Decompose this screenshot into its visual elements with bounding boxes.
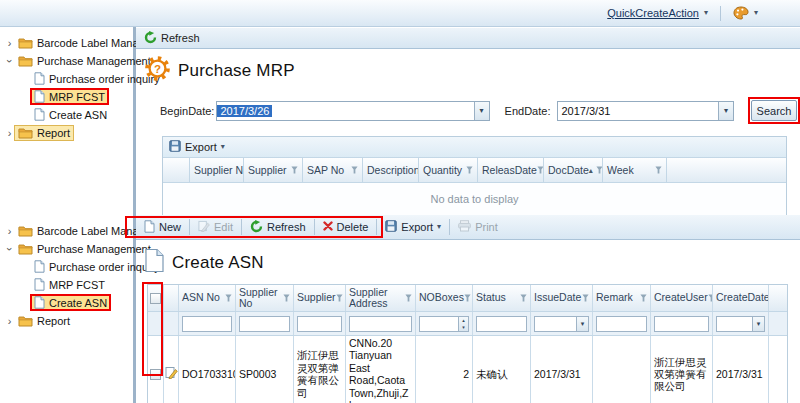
column-header-issuedate[interactable]: IssueDate — [531, 285, 593, 311]
filter-input-noboxes[interactable] — [420, 317, 458, 331]
filter-input-supplier-address[interactable] — [350, 317, 411, 331]
delete-button[interactable]: Delete — [317, 218, 375, 236]
column-header-supplier-no[interactable]: Supplier No — [236, 285, 294, 311]
chevron-down-icon[interactable]: ▾ — [474, 102, 489, 120]
chevron-collapsed-icon[interactable]: › — [5, 315, 14, 327]
chevron-down-icon[interactable]: ▾ — [221, 143, 225, 151]
export-button[interactable]: Export — [185, 141, 217, 153]
spinner-buttons[interactable]: ▴▾ — [458, 317, 468, 331]
sidebar-item-purchase-management[interactable]: ›Purchase Management — [2, 52, 133, 69]
column-header-docdate[interactable]: DocDate▴ — [544, 158, 603, 182]
chevron-collapsed-icon[interactable]: › — [5, 127, 14, 139]
sidebar-item-report[interactable]: ›Report — [2, 124, 133, 141]
page-icon — [34, 296, 45, 309]
svg-text:?: ? — [154, 63, 161, 75]
filter-icon[interactable] — [351, 166, 358, 174]
chevron-down-icon[interactable]: ▾ — [437, 223, 441, 231]
separator — [314, 219, 315, 235]
filter-input-createdate[interactable] — [717, 317, 752, 331]
sidebar-item-purchase-order-inquiry[interactable]: Purchase order inquiry — [30, 70, 133, 87]
column-header-status[interactable]: Status — [473, 285, 531, 311]
filter-icon[interactable] — [537, 166, 544, 174]
cell-noboxes: 2 — [416, 336, 473, 403]
separator — [376, 219, 377, 235]
table-row[interactable]: DO1703310002SP0003浙江伊思灵双第弹簧有限公司CNNo.20 T… — [148, 336, 787, 403]
column-header-supplier-address[interactable]: Supplier Address — [346, 285, 416, 311]
gear-question-icon: ? — [144, 55, 171, 86]
column-header-noboxes[interactable]: NOBoxes — [416, 285, 473, 311]
column-header-week[interactable]: Week — [603, 158, 667, 182]
filter-icon[interactable] — [582, 294, 589, 302]
export-icon — [385, 220, 397, 234]
chevron-collapsed-icon[interactable]: › — [5, 37, 14, 49]
column-header-supplier[interactable]: Supplier — [244, 158, 303, 182]
filter-icon[interactable] — [466, 166, 473, 174]
filter-input-issuedate[interactable] — [535, 317, 576, 331]
filter-icon[interactable] — [464, 294, 471, 302]
select-all-checkbox[interactable] — [150, 293, 161, 304]
filter-input-asn-no[interactable] — [183, 317, 231, 331]
filter-icon[interactable] — [520, 294, 527, 302]
column-header-supplier-no[interactable]: Supplier No — [190, 158, 244, 182]
filter-icon[interactable] — [405, 294, 412, 302]
filter-icon[interactable] — [596, 166, 603, 174]
refresh-button[interactable]: Refresh — [244, 217, 312, 238]
edit-row-icon[interactable] — [165, 366, 178, 381]
sidebar-item-create-asn[interactable]: Create ASN — [30, 106, 133, 123]
separator — [189, 219, 190, 235]
filter-icon[interactable] — [283, 294, 290, 302]
filter-icon[interactable] — [336, 294, 343, 302]
sidebar-item-barcode-label-management[interactable]: ›Barcode Label Management — [2, 222, 133, 239]
chevron-down-icon[interactable]: ▾ — [576, 317, 588, 331]
column-header-asn-no[interactable]: ASN No — [179, 285, 236, 311]
refresh-button[interactable]: Refresh — [161, 32, 200, 44]
search-button[interactable]: Search — [751, 100, 797, 121]
sidebar-item-purchase-management[interactable]: ›Purchase Management — [2, 240, 133, 257]
filter-input-supplier-no[interactable] — [240, 317, 289, 331]
chevron-expanded-icon[interactable]: › — [4, 244, 16, 253]
cell-status: 未确认 — [473, 336, 531, 403]
column-header-quantity[interactable]: Quantity — [419, 158, 478, 182]
filter-icon[interactable] — [655, 166, 662, 174]
filter-input-remark[interactable] — [597, 317, 646, 331]
filter-input-status[interactable] — [477, 317, 526, 331]
export-button[interactable]: Export▾ — [379, 217, 447, 237]
sidebar-item-mrp-fcst[interactable]: MRP FCST — [30, 276, 133, 293]
page-icon — [34, 72, 45, 85]
chevron-down-icon[interactable]: ▾ — [754, 9, 758, 17]
filter-input-createuser[interactable] — [655, 317, 708, 331]
column-header-remark[interactable]: Remark — [593, 285, 651, 311]
chevron-collapsed-icon[interactable]: › — [5, 225, 14, 237]
sidebar-item-report[interactable]: ›Report — [2, 312, 133, 329]
column-header-sap-no[interactable]: SAP No — [303, 158, 363, 182]
column-header-createdate[interactable]: CreateDate▾ — [713, 285, 769, 311]
select-all-checkbox-cell — [148, 285, 164, 311]
sidebar-item-mrp-fcst[interactable]: MRP FCST — [30, 88, 133, 105]
mrp-grid-header-row: Supplier NoSupplierSAP NoDescriptionQuan… — [163, 158, 786, 183]
end-date-input[interactable]: 2017/3/31 ▾ — [557, 101, 734, 121]
end-date-label: EndDate: — [505, 105, 551, 117]
date-filter-row: BeginDate: 2017/3/26 ▾ EndDate: 2017/3/3… — [136, 97, 800, 124]
filter-input-supplier[interactable] — [298, 317, 341, 331]
sidebar-item-purchase-order-inquiry[interactable]: Purchase order inquiry — [30, 258, 133, 275]
begin-date-input[interactable]: 2017/3/26 ▾ — [216, 101, 489, 121]
theme-palette-icon[interactable] — [733, 6, 749, 20]
sidebar-item-create-asn[interactable]: Create ASN — [30, 294, 133, 311]
filter-icon[interactable] — [640, 294, 647, 302]
column-header-description[interactable]: Description — [363, 158, 419, 182]
row-checkbox[interactable] — [150, 369, 161, 380]
quick-create-action-link[interactable]: QuickCreateAction — [607, 7, 699, 19]
filter-icon[interactable] — [291, 166, 298, 174]
chevron-down-icon[interactable]: ▾ — [718, 102, 733, 120]
new-button[interactable]: New — [138, 217, 187, 238]
sidebar-item-barcode-label-management[interactable]: ›Barcode Label Management — [2, 34, 133, 51]
asn-grid-filter-row: ▴▾▾▾ — [148, 312, 787, 336]
chevron-down-icon[interactable]: ▾ — [704, 9, 708, 17]
column-header-supplier[interactable]: Supplier — [294, 285, 346, 311]
chevron-down-icon[interactable]: ▾ — [752, 317, 764, 331]
column-header-createuser[interactable]: CreateUser — [651, 285, 713, 311]
filter-icon[interactable] — [225, 294, 232, 302]
cell-createuser: 浙江伊思灵双第弹簧有限公司 — [651, 336, 713, 403]
column-header-releasdate[interactable]: ReleasDate — [478, 158, 544, 182]
chevron-expanded-icon[interactable]: › — [4, 56, 16, 65]
